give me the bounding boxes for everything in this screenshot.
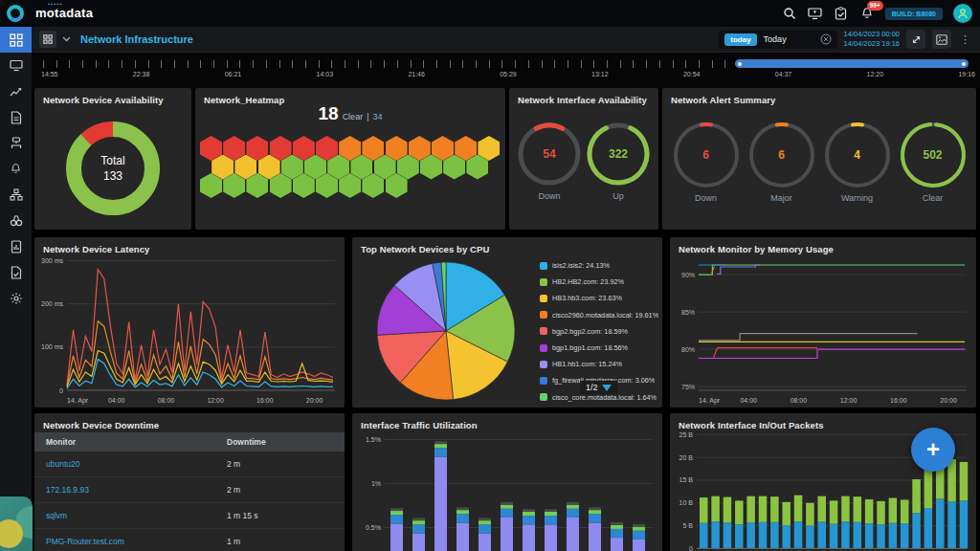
notifications-bell-icon[interactable]: 99+ (859, 6, 875, 21)
widget-top-devices-by-cpu: Top Network Devices by CPU isis2.isis2: … (352, 237, 662, 408)
add-widget-fab[interactable]: + (911, 428, 955, 472)
legend-pagination[interactable]: 1/2 (580, 381, 617, 394)
gauge-value: 4 (823, 121, 892, 189)
dashboard-root: { "app": {"logo_text": "motadata", "noti… (0, 0, 980, 551)
top-header: motadata ••••• 99+ BUILD: B8080 (0, 0, 980, 27)
table-row: ubuntu202 m (34, 452, 345, 477)
sidebar-item-metrics[interactable] (0, 78, 32, 104)
gauge-value: 322 (585, 121, 652, 187)
more-options-icon[interactable]: ⋮ (958, 33, 972, 46)
widget-network-alert-summary: Network Alert Summary 6Down6Major4Warnin… (662, 88, 976, 230)
page-down-icon (602, 385, 612, 391)
column-header: Monitor (34, 432, 215, 452)
time-chip[interactable]: today (724, 33, 756, 46)
svg-text:0: 0 (59, 387, 63, 394)
table-row: PMG-Router.test.com1 m (34, 529, 345, 551)
time-range-label: Today (764, 34, 813, 44)
heatmap-summary: 18Clear|34 (195, 103, 505, 124)
svg-text:10 B: 10 B (679, 499, 694, 506)
export-image-icon[interactable] (932, 30, 951, 49)
legend-item[interactable]: HB2.HB2.com: 23.92% (540, 274, 658, 290)
ring-gauge: 4Warning (823, 121, 892, 203)
sidebar-item-logs[interactable] (0, 104, 32, 130)
cpu-pie-chart (360, 253, 532, 406)
search-icon[interactable] (782, 6, 797, 21)
svg-text:14. Apr: 14. Apr (67, 397, 89, 405)
svg-text:08:00: 08:00 (791, 397, 808, 404)
sidebar-item-tasks[interactable] (0, 259, 32, 285)
timeline-tick-label: 06:21 (225, 71, 242, 77)
svg-text:0.5%: 0.5% (366, 524, 381, 531)
legend-item[interactable]: HB3.hb3.com: 23.63% (540, 290, 658, 306)
timeline-selection-slider[interactable] (735, 59, 969, 68)
svg-text:16:00: 16:00 (256, 397, 274, 404)
latency-line-chart: 0100 ms200 ms300 ms14. Apr04:0008:0012:0… (38, 251, 341, 406)
timeline-labels: 14:5522:3806:2114:0321:4605:2913:1220:54… (41, 71, 975, 77)
timeline-tick-label: 21:46 (408, 71, 425, 77)
sidebar-item-monitors[interactable] (0, 53, 32, 78)
gauge-label: Clear (899, 193, 968, 203)
chat-widget[interactable] (0, 496, 33, 551)
sidebar-item-dashboards[interactable] (0, 27, 32, 53)
legend-label: HB2.HB2.com: 23.92% (552, 277, 624, 286)
user-avatar[interactable] (953, 4, 972, 23)
gauge-label: Down (516, 191, 583, 201)
downtime-table: MonitorDowntime ubuntu202 m172.16.9.932 … (34, 432, 345, 551)
legend-item[interactable]: cisco2960.motadata.local: 19.61% (540, 307, 658, 323)
sidebar-item-network-devices[interactable] (0, 130, 32, 156)
sidebar-item-settings[interactable] (0, 285, 32, 311)
dashboard-grid-icon[interactable] (39, 31, 56, 48)
chevron-down-icon[interactable] (62, 36, 71, 42)
legend-swatch (540, 393, 547, 401)
widget-monitor-by-memory-usage: Network Monitor by Memory Usage 75%80%85… (670, 237, 976, 408)
timeline-tick-label: 20:54 (683, 71, 701, 77)
memory-line-chart: 75%80%85%90%14. Apr04:0008:0012:0016:002… (674, 251, 972, 406)
legend-item[interactable]: bgp2.bgp2.com: 18.59% (540, 323, 658, 340)
svg-text:1%: 1% (371, 480, 381, 487)
logo-wordmark: motadata (35, 6, 93, 20)
svg-text:20 B: 20 B (679, 454, 694, 461)
legend-swatch (540, 344, 547, 352)
time-range-picker[interactable]: today Today (719, 31, 836, 49)
timeline-tick-label: 13:12 (591, 71, 609, 77)
legend-label: cisco2960.motadata.local: 19.61% (552, 311, 658, 320)
svg-text:08:00: 08:00 (158, 397, 175, 404)
svg-text:300 ms: 300 ms (41, 257, 63, 264)
table-row: 172.16.9.932 m (34, 477, 345, 503)
ring-gauge: 502Clear (899, 121, 968, 203)
screen-share-icon[interactable] (808, 6, 823, 21)
page-title[interactable]: Network Infrastructure (80, 33, 193, 45)
legend-swatch (540, 377, 547, 385)
alert-summary-gauges: 6Down6Major4Warning502Clear (662, 121, 976, 203)
clipboard-check-icon[interactable] (834, 6, 849, 21)
sidebar-item-alerts[interactable] (0, 156, 32, 182)
timeline-tick-label: 05:29 (500, 71, 517, 77)
svg-text:04:00: 04:00 (740, 397, 757, 404)
svg-text:85%: 85% (681, 309, 695, 316)
monitor-link[interactable]: ubuntu20 (34, 452, 215, 477)
sidebar-item-topology[interactable] (0, 182, 32, 208)
svg-text:200 ms: 200 ms (41, 300, 63, 307)
expand-icon[interactable] (906, 30, 925, 49)
sidebar-item-reports[interactable] (0, 233, 32, 259)
timeline-tick-label: 14:55 (41, 71, 58, 77)
svg-text:90%: 90% (681, 272, 695, 278)
legend-item[interactable]: HB1.hb1.com: 15.24% (540, 356, 658, 372)
monitor-link[interactable]: sqlvm (34, 503, 215, 529)
logo-dots: ••••• (48, 1, 63, 7)
legend-item[interactable]: isis2.isis2: 24.13% (540, 257, 658, 274)
sidebar-item-discovery[interactable] (0, 208, 32, 233)
gauge-value: 6 (747, 121, 816, 189)
svg-text:14. Apr: 14. Apr (699, 397, 721, 405)
svg-text:20:00: 20:00 (940, 397, 957, 404)
monitor-link[interactable]: 172.16.9.93 (34, 477, 215, 503)
legend-label: HB1.hb1.com: 15.24% (552, 360, 622, 368)
legend-swatch (540, 295, 547, 302)
svg-text:1.5%: 1.5% (366, 436, 381, 443)
clear-time-icon[interactable] (820, 33, 832, 45)
date-to: 14/04/2023 19:16 (844, 39, 900, 49)
legend-item[interactable]: bgp1.bgp1.com: 18.56% (540, 340, 658, 356)
monitor-link[interactable]: PMG-Router.test.com (34, 529, 215, 551)
widget-title: Interface Traffic Utilization (361, 420, 654, 430)
widget-title: Network Device Availability (43, 95, 183, 105)
